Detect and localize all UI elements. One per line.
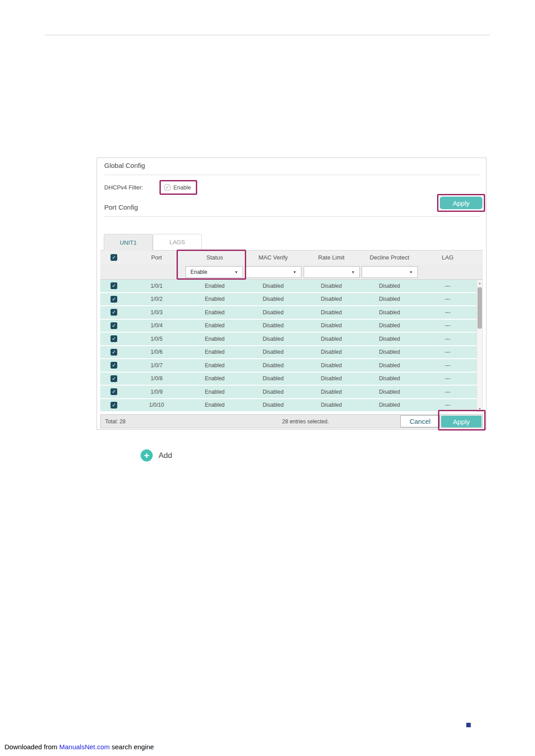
- table-body: ✓ 1/0/1 Enabled Disabled Disabled Disabl…: [100, 280, 477, 412]
- cell-rate-limit: Disabled: [302, 349, 360, 355]
- table-row[interactable]: ✓ 1/0/8 Enabled Disabled Disabled Disabl…: [100, 373, 477, 386]
- cell-decline-protect: Disabled: [360, 322, 419, 329]
- checkmark-icon: ✓: [112, 350, 116, 355]
- cell-port: 1/0/6: [128, 349, 186, 355]
- tab-unit1[interactable]: UNIT1: [104, 234, 153, 251]
- table-row[interactable]: ✓ 1/0/10 Enabled Disabled Disabled Disab…: [100, 399, 477, 413]
- cell-status: Enabled: [186, 322, 244, 329]
- select-all-cell: ✓: [100, 254, 128, 261]
- cell-lag: ---: [419, 336, 477, 342]
- total-count: Total: 28: [105, 418, 125, 425]
- row-checkbox[interactable]: ✓: [111, 362, 117, 369]
- checkmark-icon: ✓: [112, 403, 116, 408]
- global-config-title: Global Config: [104, 162, 145, 169]
- row-checkbox[interactable]: ✓: [111, 322, 117, 329]
- page: Global Config DHCPv4 Filter: ✓ Enable Ap…: [0, 0, 535, 756]
- dhcp-enable-checkbox[interactable]: ✓: [164, 185, 170, 190]
- table-row[interactable]: ✓ 1/0/9 Enabled Disabled Disabled Disabl…: [100, 386, 477, 399]
- cell-port: 1/0/1: [128, 283, 186, 289]
- cell-port: 1/0/10: [128, 402, 186, 408]
- cell-decline-protect: Disabled: [360, 349, 419, 355]
- checkmark-icon: ✓: [112, 363, 116, 368]
- tab-lags[interactable]: LAGS: [153, 234, 202, 251]
- scrollbar-thumb[interactable]: [478, 287, 482, 329]
- cell-port: 1/0/3: [128, 309, 186, 316]
- add-button[interactable]: + Add: [141, 449, 172, 462]
- dhcp-filter-label: DHCPv4 Filter:: [104, 184, 143, 191]
- table-row[interactable]: ✓ 1/0/7 Enabled Disabled Disabled Disabl…: [100, 359, 477, 373]
- cell-lag: ---: [419, 309, 477, 316]
- cell-mac-verify: Disabled: [244, 309, 302, 316]
- row-checkbox[interactable]: ✓: [111, 375, 117, 382]
- cell-port: 1/0/8: [128, 375, 186, 382]
- cell-decline-protect: Disabled: [360, 309, 419, 316]
- plus-icon: +: [141, 449, 153, 462]
- table-row[interactable]: ✓ 1/0/1 Enabled Disabled Disabled Disabl…: [100, 280, 477, 293]
- cell-mac-verify: Disabled: [244, 375, 302, 382]
- table-row[interactable]: ✓ 1/0/2 Enabled Disabled Disabled Disabl…: [100, 293, 477, 307]
- checkmark-icon: ✓: [112, 323, 116, 328]
- checkmark-icon: ✓: [112, 376, 116, 381]
- select-all-checkbox[interactable]: ✓: [111, 254, 117, 261]
- footer-prefix: Downloaded from: [4, 743, 59, 751]
- cell-lag: ---: [419, 389, 477, 395]
- cell-rate-limit: Disabled: [302, 336, 360, 342]
- cell-lag: ---: [419, 362, 477, 369]
- column-header-mac-verify: MAC Verify: [244, 254, 302, 261]
- table-row[interactable]: ✓ 1/0/3 Enabled Disabled Disabled Disabl…: [100, 306, 477, 320]
- rate-limit-filter-dropdown[interactable]: ▼: [304, 266, 360, 278]
- row-checkbox[interactable]: ✓: [111, 349, 117, 356]
- cell-rate-limit: Disabled: [302, 296, 360, 302]
- row-checkbox[interactable]: ✓: [111, 402, 117, 409]
- cell-rate-limit: Disabled: [302, 402, 360, 408]
- cancel-button[interactable]: Cancel: [400, 415, 440, 427]
- cell-mac-verify: Disabled: [244, 322, 302, 329]
- manualsnet-link[interactable]: ManualsNet.com: [59, 743, 110, 751]
- cell-decline-protect: Disabled: [360, 402, 419, 408]
- table-apply-highlight-box: Apply: [438, 410, 486, 431]
- cell-mac-verify: Disabled: [244, 296, 302, 302]
- scroll-up-icon[interactable]: ▲: [477, 281, 482, 285]
- cell-lag: ---: [419, 375, 477, 382]
- table-row[interactable]: ✓ 1/0/6 Enabled Disabled Disabled Disabl…: [100, 346, 477, 360]
- table-row[interactable]: ✓ 1/0/5 Enabled Disabled Disabled Disabl…: [100, 333, 477, 346]
- checkmark-icon: ✓: [112, 297, 116, 302]
- decline-protect-filter-dropdown[interactable]: ▼: [362, 266, 418, 278]
- cell-lag: ---: [419, 322, 477, 329]
- cell-decline-protect: Disabled: [360, 283, 419, 289]
- cell-mac-verify: Disabled: [244, 362, 302, 369]
- table-apply-button[interactable]: Apply: [441, 416, 482, 427]
- checkmark-icon: ✓: [112, 283, 116, 288]
- cell-decline-protect: Disabled: [360, 389, 419, 395]
- cell-rate-limit: Disabled: [302, 389, 360, 395]
- cell-status: Enabled: [186, 402, 244, 408]
- row-checkbox[interactable]: ✓: [111, 335, 117, 342]
- cell-rate-limit: Disabled: [302, 375, 360, 382]
- cell-status: Enabled: [186, 375, 244, 382]
- cell-port: 1/0/7: [128, 362, 186, 369]
- cell-lag: ---: [419, 349, 477, 355]
- port-config-title: Port Config: [104, 203, 138, 211]
- cell-port: 1/0/9: [128, 389, 186, 395]
- cell-port: 1/0/4: [128, 322, 186, 329]
- column-header-rate-limit: Rate Limit: [302, 254, 360, 261]
- row-checkbox[interactable]: ✓: [111, 309, 117, 316]
- cell-status: Enabled: [186, 309, 244, 316]
- global-apply-button[interactable]: Apply: [440, 197, 482, 209]
- row-checkbox[interactable]: ✓: [111, 282, 117, 289]
- cell-status: Enabled: [186, 362, 244, 369]
- cell-lag: ---: [419, 402, 477, 408]
- port-config-divider: [104, 216, 480, 217]
- row-checkbox[interactable]: ✓: [111, 388, 117, 395]
- cell-decline-protect: Disabled: [360, 336, 419, 342]
- cell-decline-protect: Disabled: [360, 296, 419, 302]
- table-scrollbar[interactable]: ▲ ▼: [477, 280, 483, 412]
- cell-rate-limit: Disabled: [302, 362, 360, 369]
- enable-highlight-box: ✓ Enable: [159, 180, 197, 195]
- table-row[interactable]: ✓ 1/0/4 Enabled Disabled Disabled Disabl…: [100, 320, 477, 333]
- top-divider: [45, 35, 490, 35]
- row-checkbox[interactable]: ✓: [111, 296, 117, 303]
- cell-rate-limit: Disabled: [302, 309, 360, 316]
- cell-status: Enabled: [186, 349, 244, 355]
- mac-verify-filter-dropdown[interactable]: ▼: [245, 266, 301, 278]
